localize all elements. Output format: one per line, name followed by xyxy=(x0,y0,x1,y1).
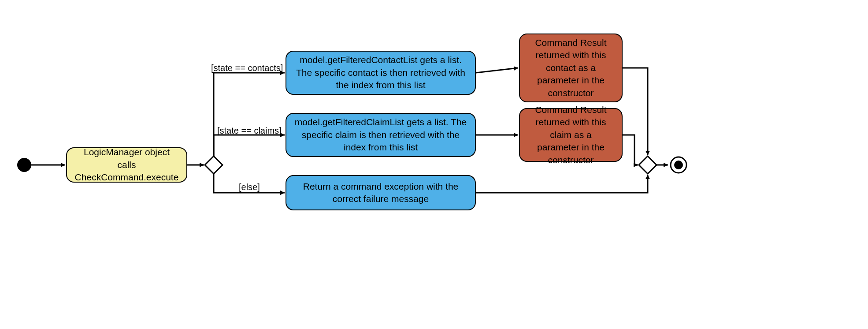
final-node-icon xyxy=(671,157,686,173)
svg-point-8 xyxy=(674,161,683,169)
claim-action-node: model.getFilteredClaimList gets a list. … xyxy=(286,113,476,157)
claim-action-text: model.getFilteredClaimList gets a list. … xyxy=(294,116,467,153)
guard-claims-label: [state == claims] xyxy=(217,126,282,136)
contact-result-text: Command Result returned with this contac… xyxy=(528,37,614,99)
decision-node-icon xyxy=(205,156,223,174)
guard-contacts-label: [state == contacts] xyxy=(211,63,283,73)
else-action-text: Return a command exception with the corr… xyxy=(294,180,467,206)
initial-node-icon xyxy=(17,158,31,172)
logic-manager-node: LogicManager object calls CheckCommand.e… xyxy=(66,147,187,183)
svg-marker-1 xyxy=(205,156,223,174)
svg-marker-5 xyxy=(639,156,657,174)
logic-manager-text: LogicManager object calls CheckCommand.e… xyxy=(75,146,179,183)
else-action-node: Return a command exception with the corr… xyxy=(286,175,476,210)
contact-action-text: model.getFilteredContactList gets a list… xyxy=(294,54,467,91)
claim-result-text: Command Result returned with this claim … xyxy=(528,104,614,166)
guard-else-label: [else] xyxy=(239,182,260,192)
contact-result-node: Command Result returned with this contac… xyxy=(519,34,623,102)
svg-line-3 xyxy=(476,68,518,73)
merge-node-icon xyxy=(639,156,657,174)
claim-result-node: Command Result returned with this claim … xyxy=(519,108,623,162)
svg-point-7 xyxy=(671,157,686,173)
contact-action-node: model.getFilteredContactList gets a list… xyxy=(286,51,476,95)
